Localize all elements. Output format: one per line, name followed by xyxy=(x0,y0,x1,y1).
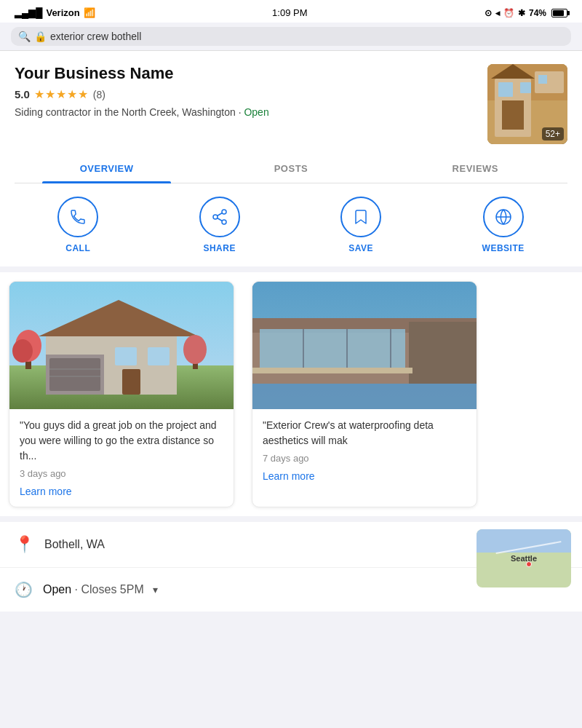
post-content-1: "You guys did a great job on the project… xyxy=(9,409,234,507)
business-info: Your Business Name 5.0 ★★★★★ (8) Siding … xyxy=(15,64,480,120)
phone-icon xyxy=(69,208,87,226)
svg-point-10 xyxy=(213,215,218,219)
hours-open-status: Open xyxy=(43,583,71,596)
svg-rect-5 xyxy=(520,82,531,93)
location-row[interactable]: 📍 Bothell, WA Seattle xyxy=(0,522,582,568)
post-time-1: 3 days ago xyxy=(20,468,223,479)
svg-rect-24 xyxy=(148,347,170,365)
modern-house-svg xyxy=(252,282,477,409)
svg-point-28 xyxy=(12,339,33,363)
review-count: (8) xyxy=(93,89,105,100)
status-left: ▂▄▆█ Verizon 📶 xyxy=(15,7,95,18)
location-pin-icon: 📍 xyxy=(15,535,34,554)
url-text: exterior crew bothell xyxy=(50,31,141,42)
post-card-1[interactable]: "You guys did a great job on the project… xyxy=(9,281,234,507)
tab-reviews[interactable]: REVIEWS xyxy=(383,154,567,183)
svg-rect-25 xyxy=(122,369,140,395)
posts-scroll[interactable]: "You guys did a great job on the project… xyxy=(0,272,582,516)
post-content-2: "Exterior Crew's at waterproofing deta a… xyxy=(252,409,477,491)
business-card: Your Business Name 5.0 ★★★★★ (8) Siding … xyxy=(0,51,582,183)
learn-more-1[interactable]: Learn more xyxy=(20,486,72,497)
business-description: Siding contractor in the North Creek, Wa… xyxy=(15,106,480,120)
post-image-1 xyxy=(9,282,234,409)
svg-point-11 xyxy=(222,220,226,224)
carrier-name: Verizon xyxy=(46,7,79,18)
rating-number: 5.0 xyxy=(15,88,30,100)
call-button[interactable]: CALL xyxy=(57,197,98,253)
hours-closing-time: · Closes 5PM xyxy=(75,583,144,596)
svg-rect-20 xyxy=(49,358,100,391)
svg-line-13 xyxy=(217,213,222,216)
svg-line-12 xyxy=(217,218,222,221)
svg-rect-35 xyxy=(260,329,405,373)
share-label: SHARE xyxy=(203,243,236,253)
clock-icon: 🕐 xyxy=(15,581,33,598)
save-icon-circle xyxy=(340,197,381,237)
status-time: 1:09 PM xyxy=(272,7,307,18)
url-bar[interactable]: 🔍 🔒 exterior crew bothell xyxy=(11,27,571,46)
action-buttons: CALL SHARE SAVE xyxy=(0,183,582,272)
tabs-bar: OVERVIEW POSTS REVIEWS xyxy=(15,154,567,183)
alarm-icon: ⏰ xyxy=(503,8,514,18)
map-background: Seattle xyxy=(477,529,571,587)
business-header: Your Business Name 5.0 ★★★★★ (8) Siding … xyxy=(15,64,567,144)
status-bar: ▂▄▆█ Verizon 📶 1:09 PM ⊙ ◂ ⏰ ✱ 74% xyxy=(0,0,582,23)
battery-percent: 74% xyxy=(529,8,546,18)
save-label: SAVE xyxy=(348,243,373,253)
wifi-icon: 📶 xyxy=(84,7,95,18)
share-button[interactable]: SHARE xyxy=(199,197,240,253)
save-button[interactable]: SAVE xyxy=(340,197,381,253)
tab-overview[interactable]: OVERVIEW xyxy=(15,154,199,183)
svg-point-30 xyxy=(183,335,207,364)
thumbnail-container[interactable]: 52+ xyxy=(487,64,567,144)
call-label: CALL xyxy=(65,243,90,253)
globe-icon xyxy=(495,208,512,226)
website-label: WEBSITE xyxy=(482,243,525,253)
map-thumbnail[interactable]: Seattle xyxy=(477,529,571,587)
post-time-2: 7 days ago xyxy=(263,453,466,464)
house-image-svg xyxy=(9,282,234,409)
learn-more-2[interactable]: Learn more xyxy=(263,470,315,482)
call-icon-circle xyxy=(57,197,98,237)
location-city: Bothell, WA xyxy=(44,538,105,551)
website-icon-circle xyxy=(483,197,524,237)
address-bar: 🔍 🔒 exterior crew bothell xyxy=(0,23,582,51)
photo-count: 52+ xyxy=(542,127,564,141)
signal-icon: ▂▄▆█ xyxy=(15,7,42,18)
svg-rect-8 xyxy=(538,75,547,84)
post-card-2[interactable]: "Exterior Crew's at waterproofing deta a… xyxy=(252,281,477,507)
svg-point-9 xyxy=(222,210,226,214)
open-status: Open xyxy=(244,106,268,118)
location-status-icon: ◂ xyxy=(495,8,500,18)
svg-rect-40 xyxy=(252,368,412,373)
rating-row: 5.0 ★★★★★ (8) xyxy=(15,87,480,101)
card-area: Your Business Name 5.0 ★★★★★ (8) Siding … xyxy=(0,51,582,728)
location-section: 📍 Bothell, WA Seattle 🕐 Open · Closes 5P… xyxy=(0,522,582,612)
tab-posts[interactable]: POSTS xyxy=(199,154,383,183)
map-location-dot xyxy=(526,561,532,567)
website-button[interactable]: WEBSITE xyxy=(482,197,525,253)
map-city-label: Seattle xyxy=(511,554,537,563)
svg-rect-23 xyxy=(115,347,137,365)
share-icon-circle xyxy=(199,197,240,237)
post-quote-1: "You guys did a great job on the project… xyxy=(20,418,223,464)
share-icon xyxy=(211,208,228,226)
post-image-2 xyxy=(252,282,477,409)
description-text: Siding contractor in the North Creek, Wa… xyxy=(15,106,236,118)
business-name: Your Business Name xyxy=(15,64,480,83)
svg-rect-4 xyxy=(498,82,513,97)
search-icon: 🔍 xyxy=(18,31,31,42)
hours-chevron-icon[interactable]: ▾ xyxy=(153,584,158,596)
svg-rect-3 xyxy=(502,100,524,130)
bookmark-icon xyxy=(352,208,370,226)
bluetooth-icon: ✱ xyxy=(518,8,525,18)
status-right: ⊙ ◂ ⏰ ✱ 74% xyxy=(485,8,567,18)
post-quote-2: "Exterior Crew's at waterproofing deta a… xyxy=(263,418,466,448)
screen-time-icon: ⊙ xyxy=(485,8,492,18)
posts-section: "You guys did a great job on the project… xyxy=(0,272,582,516)
hours-text: Open · Closes 5PM ▾ xyxy=(43,583,158,596)
battery-icon xyxy=(551,9,567,17)
star-icons: ★★★★★ xyxy=(34,87,89,101)
lock-icon: 🔒 xyxy=(34,31,47,42)
svg-rect-39 xyxy=(409,322,477,384)
